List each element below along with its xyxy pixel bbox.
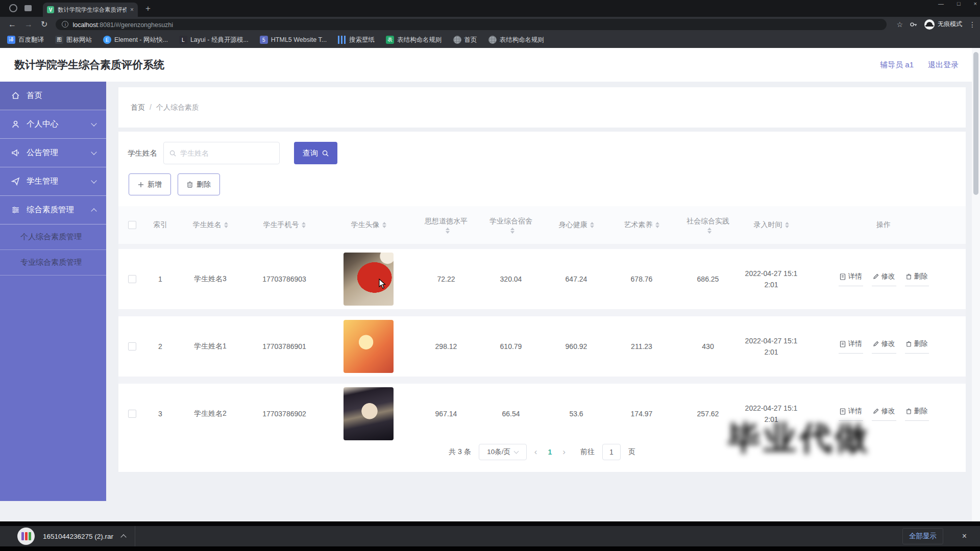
select-all-checkbox[interactable]	[128, 221, 136, 229]
trash-icon	[906, 273, 912, 280]
download-bar: 1651044236275 (2).rar 全部显示 ×	[0, 521, 980, 551]
forward-icon[interactable]: →	[24, 20, 33, 29]
column-header-index[interactable]: 索引	[146, 220, 175, 230]
column-header-moral[interactable]: 思想道德水平	[414, 217, 478, 234]
pagination-total: 共 3 条	[449, 447, 471, 457]
bookmark-element[interactable]: EElement - 网站快...	[103, 36, 168, 44]
page-number-current[interactable]: 1	[545, 448, 555, 456]
trash-icon	[906, 341, 912, 347]
sidebar-item-home[interactable]: 首页	[0, 82, 106, 110]
sort-icon	[224, 222, 228, 228]
bookmarks-bar: 译百度翻译 图图标网站 EElement - 网站快... LLayui - 经…	[0, 32, 980, 48]
document-icon	[840, 273, 846, 280]
recorder-square-icon	[24, 5, 32, 11]
bookmark-wallpaper[interactable]: 搜索壁纸	[338, 36, 375, 44]
download-filename[interactable]: 1651044236275 (2).rar	[43, 533, 113, 540]
column-header-academic[interactable]: 学业综合宿舍	[478, 217, 544, 234]
site-info-icon[interactable]: i	[62, 21, 68, 28]
table-row[interactable]: 1 学生姓名3 17703786903 72.22 320.04 647.24 …	[118, 249, 966, 309]
current-user[interactable]: 辅导员 a1	[880, 60, 914, 70]
row-delete-button[interactable]: 删除	[905, 339, 929, 354]
row-checkbox[interactable]	[128, 275, 136, 283]
query-button[interactable]: 查询	[294, 142, 337, 164]
delete-button[interactable]: 删除	[178, 173, 220, 195]
bookmark-html5[interactable]: 5HTML5 Website T...	[260, 36, 327, 44]
add-button[interactable]: 新增	[129, 173, 171, 195]
new-tab-button[interactable]: +	[145, 4, 151, 14]
sidebar-subitem-major-quality[interactable]: 专业综合素质管理	[0, 250, 106, 276]
home-icon	[11, 91, 20, 100]
browser-menu-icon[interactable]: ⋮	[969, 20, 976, 29]
browser-tab[interactable]: V 数计学院学生综合素质评价系统 ×	[43, 3, 138, 17]
chevron-down-icon	[91, 120, 96, 126]
search-icon	[322, 150, 329, 157]
search-input[interactable]	[180, 149, 274, 157]
trash-icon	[906, 408, 912, 414]
row-delete-button[interactable]: 删除	[905, 272, 929, 286]
detail-button[interactable]: 详情	[839, 272, 863, 286]
column-header-health[interactable]: 身心健康	[544, 220, 608, 230]
bookmark-icon-site[interactable]: 图图标网站	[55, 36, 92, 44]
password-key-icon[interactable]	[910, 20, 918, 29]
tab-close-icon[interactable]: ×	[130, 6, 134, 13]
bookmark-baidu-translate[interactable]: 译百度翻译	[7, 36, 44, 44]
bookmark-table-naming-1[interactable]: 表表结构命名规则	[386, 36, 442, 44]
window-minimize-icon[interactable]: —	[938, 0, 944, 7]
element-icon: E	[103, 36, 111, 44]
column-header-time[interactable]: 录入时间	[741, 220, 801, 230]
pencil-icon	[873, 273, 879, 280]
edit-button[interactable]: 修改	[872, 339, 896, 354]
plus-icon	[138, 182, 144, 188]
breadcrumb-home[interactable]: 首页	[131, 103, 145, 112]
window-close-icon[interactable]: ×	[974, 0, 977, 7]
sidebar-item-students[interactable]: 学生管理	[0, 167, 106, 196]
url-path: :8081/#/gerenzonghesuzhi	[98, 21, 173, 29]
breadcrumb: 首页 / 个人综合素质	[131, 103, 199, 112]
icon-site-icon: 图	[55, 36, 63, 44]
column-header-avatar[interactable]: 学生头像	[323, 220, 414, 230]
detail-button[interactable]: 详情	[839, 339, 863, 354]
column-header-phone[interactable]: 学生手机号	[246, 220, 323, 230]
bookmark-star-icon[interactable]: ☆	[896, 20, 903, 29]
scrollbar-thumb[interactable]	[973, 52, 978, 195]
screen: V 数计学院学生综合素质评价系统 × + — □ × ← → ↻ i local…	[0, 0, 980, 551]
edit-button[interactable]: 修改	[872, 272, 896, 286]
winrar-icon	[17, 528, 35, 545]
sidebar-subitem-personal-quality[interactable]: 个人综合素质管理	[0, 224, 106, 250]
download-close-icon[interactable]: ×	[962, 532, 967, 541]
back-icon[interactable]: ←	[8, 20, 16, 29]
student-avatar	[344, 387, 394, 440]
next-page-button[interactable]: ›	[562, 447, 566, 457]
download-chevron-icon[interactable]	[120, 534, 126, 540]
bookmark-layui[interactable]: LLayui - 经典开源模...	[179, 36, 249, 44]
table-row[interactable]: 2 学生姓名1 17703786901 298.12 610.79 960.92…	[118, 316, 966, 377]
column-header-social[interactable]: 社会综合实践	[675, 217, 741, 234]
address-bar[interactable]: i localhost:8081/#/gerenzonghesuzhi	[56, 19, 887, 30]
logout-link[interactable]: 退出登录	[928, 60, 959, 70]
sort-icon	[590, 222, 594, 228]
page-size-select[interactable]: 10条/页	[479, 444, 527, 460]
reload-icon[interactable]: ↻	[41, 19, 47, 29]
bookmark-table-naming-2[interactable]: 表结构命名规则	[488, 36, 545, 44]
prev-page-button[interactable]: ‹	[534, 447, 537, 457]
window-maximize-icon[interactable]: □	[957, 0, 961, 7]
sidebar-item-quality-management[interactable]: 综合素质管理	[0, 196, 106, 224]
goto-page-input[interactable]	[602, 444, 621, 460]
main-area: 首页 / 个人综合素质 学生姓名 查询	[106, 82, 972, 521]
row-checkbox[interactable]	[128, 342, 136, 350]
row-checkbox[interactable]	[128, 410, 136, 418]
bookmark-home[interactable]: 首页	[453, 36, 477, 44]
sidebar: 首页 个人中心 公告管理 学生管理 综合素质管理 个人	[0, 82, 106, 501]
sidebar-item-announcements[interactable]: 公告管理	[0, 139, 106, 167]
sort-icon	[382, 222, 386, 228]
column-header-art[interactable]: 艺术素养	[608, 220, 675, 230]
scrollbar[interactable]	[972, 48, 980, 521]
edit-button[interactable]: 修改	[872, 407, 896, 421]
show-all-button[interactable]: 全部显示	[902, 528, 943, 544]
chevron-down-icon	[91, 149, 96, 155]
browser-tabbar: V 数计学院学生综合素质评价系统 × + — □ ×	[0, 0, 980, 17]
row-delete-button[interactable]: 删除	[905, 407, 929, 421]
sidebar-item-personal-center[interactable]: 个人中心	[0, 110, 106, 139]
sort-icon	[446, 228, 450, 234]
column-header-name[interactable]: 学生姓名	[175, 220, 246, 230]
